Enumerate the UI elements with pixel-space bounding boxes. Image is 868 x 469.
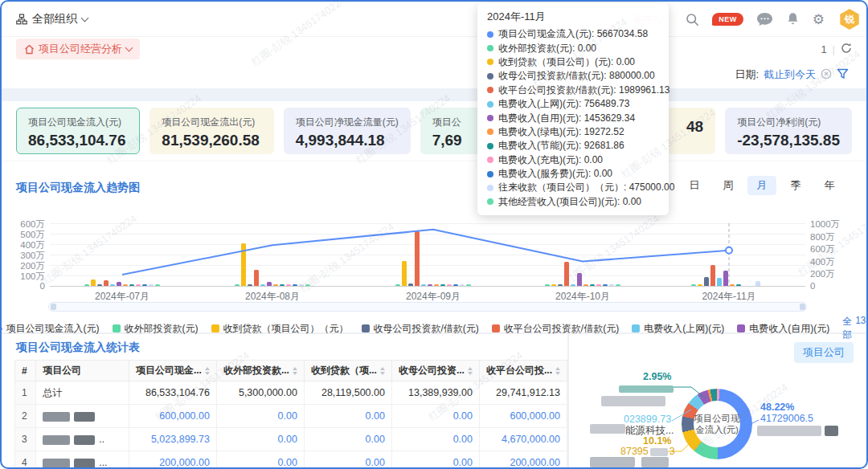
bar-11-month-3[interactable]	[616, 284, 620, 286]
clear-filter-icon[interactable]	[821, 68, 832, 82]
column-header[interactable]: 项目公司现金...	[129, 361, 216, 381]
bar-6-month-1[interactable]	[273, 284, 278, 286]
sort-icon[interactable]	[293, 367, 297, 375]
bar-2-month-4[interactable]	[704, 277, 709, 286]
bar-1-month-3[interactable]	[551, 284, 556, 286]
bar-6-month-2[interactable]	[434, 284, 439, 286]
bar-0-month-3[interactable]	[545, 284, 550, 286]
legend-item-4[interactable]: 电费收入(上网)(元)	[632, 322, 724, 336]
bar-5-month-3[interactable]	[577, 273, 582, 286]
column-header[interactable]: 收外部投资款...	[216, 361, 304, 381]
bar-8-month-3[interactable]	[596, 284, 601, 286]
filter-funnel-icon[interactable]	[837, 68, 849, 82]
column-header[interactable]: 收母公司投资...	[391, 361, 479, 381]
bar-10-month-3[interactable]	[609, 284, 614, 286]
notifications-bell-icon[interactable]	[786, 12, 800, 27]
legend-item-3[interactable]: 收平台公司投资款/借款(元)	[492, 322, 619, 336]
bar-9-month-0[interactable]	[142, 284, 147, 286]
period-button-月[interactable]: 月	[747, 176, 776, 195]
tab-project-analysis[interactable]: 项目公司经营分析	[16, 39, 140, 59]
bar-8-month-0[interactable]	[136, 284, 141, 286]
bar-7-month-3[interactable]	[590, 284, 595, 286]
bar-3-month-1[interactable]	[254, 270, 259, 286]
bar-2-month-0[interactable]	[97, 284, 102, 286]
legend-item-1[interactable]: 收到贷款（项目公司）（元）	[211, 322, 349, 336]
bar-5-month-0[interactable]	[117, 282, 121, 286]
bar-2-month-2[interactable]	[408, 283, 413, 286]
bar-10-month-4[interactable]	[755, 281, 760, 286]
bar-6-month-0[interactable]	[123, 284, 128, 286]
bar-1-month-1[interactable]	[241, 243, 246, 286]
datazoom-handle-right[interactable]	[800, 304, 805, 310]
bar-3-month-3[interactable]	[564, 262, 569, 286]
datazoom-handle-left[interactable]	[51, 304, 56, 310]
bar-11-month-0[interactable]	[155, 284, 160, 286]
bar-4-month-2[interactable]	[421, 284, 426, 286]
sort-icon[interactable]	[468, 367, 473, 375]
bar-3-month-4[interactable]	[710, 265, 715, 286]
period-button-季[interactable]: 季	[781, 176, 810, 195]
donut-filter-pill[interactable]: 项目公司	[794, 342, 854, 363]
kpi-card-3[interactable]: 项目公司净现金流量(元)4,993,844.18	[284, 108, 411, 154]
bar-4-month-0[interactable]	[110, 284, 115, 286]
datazoom-slider[interactable]	[48, 302, 807, 312]
bar-1-month-2[interactable]	[402, 261, 407, 286]
bar-5-month-4[interactable]	[723, 271, 728, 286]
bar-11-month-1[interactable]	[305, 284, 310, 286]
refresh-icon[interactable]	[841, 43, 852, 56]
bar-1-month-0[interactable]	[91, 279, 96, 286]
bar-4-month-3[interactable]	[571, 284, 575, 286]
new-badge[interactable]: NEW	[712, 13, 743, 26]
bar-2-month-1[interactable]	[248, 284, 252, 286]
kpi-card-1[interactable]: 项目公司现金流入(元)86,533,104.76	[16, 108, 140, 154]
bar-2-month-3[interactable]	[558, 284, 563, 286]
table-row[interactable]: 3..5,023,899.730.000.000.004,670,000.00	[15, 428, 567, 451]
donut-chart[interactable]: 项目公司现 金流入(元)	[682, 389, 752, 459]
legend-item-0[interactable]: 收外部投资款(元)	[113, 322, 199, 336]
bar-6-month-4[interactable]	[730, 284, 735, 286]
bar-1-month-4[interactable]	[698, 284, 702, 286]
period-button-年[interactable]: 年	[815, 176, 844, 195]
messages-icon[interactable]	[756, 12, 773, 27]
column-header[interactable]: 收到贷款（项...	[304, 361, 391, 381]
bar-3-month-0[interactable]	[104, 280, 108, 286]
bar-5-month-1[interactable]	[267, 282, 272, 286]
bar-5-month-2[interactable]	[428, 284, 432, 286]
sort-icon[interactable]	[555, 367, 560, 375]
sort-icon[interactable]	[205, 367, 210, 375]
bar-7-month-1[interactable]	[280, 284, 285, 286]
bar-10-month-1[interactable]	[299, 284, 304, 286]
bar-9-month-1[interactable]	[293, 284, 297, 286]
table-row[interactable]: 2600,000.000.000.000.00600,000.00	[15, 405, 567, 428]
kpi-card-2[interactable]: 项目公司现金流出(元)81,539,260.58	[149, 108, 273, 154]
bar-10-month-0[interactable]	[149, 284, 154, 286]
period-button-周[interactable]: 周	[714, 176, 743, 195]
bar-4-month-1[interactable]	[260, 284, 265, 286]
bar-0-month-2[interactable]	[395, 284, 400, 286]
legend-item-5[interactable]: 电费收入(自用)(元)	[737, 322, 829, 336]
bar-9-month-2[interactable]	[453, 284, 458, 286]
kpi-card-6[interactable]: 项目公司净利润(元)-23,578,135.85	[725, 108, 852, 154]
settings-gear-icon[interactable]: ⚙	[813, 13, 825, 27]
date-filter-value[interactable]: 截止到今天	[764, 67, 816, 82]
bar-0-month-4[interactable]	[691, 284, 696, 286]
table-row[interactable]: 4...200,000.000.000.000.00200,000.00	[15, 451, 567, 469]
bar-7-month-2[interactable]	[440, 284, 445, 286]
period-button-日[interactable]: 日	[680, 176, 709, 195]
column-header[interactable]: 收平台公司投...	[479, 361, 567, 381]
sort-icon[interactable]	[380, 367, 385, 375]
bar-11-month-2[interactable]	[466, 284, 471, 286]
bar-7-month-0[interactable]	[129, 284, 134, 286]
bar-6-month-3[interactable]	[583, 284, 588, 286]
search-icon[interactable]	[686, 13, 699, 27]
bar-0-month-1[interactable]	[235, 284, 240, 286]
bar-8-month-2[interactable]	[447, 284, 452, 286]
bar-10-month-2[interactable]	[460, 284, 465, 286]
org-selector[interactable]: 全部组织	[16, 12, 88, 27]
bar-7-month-4[interactable]	[736, 284, 741, 286]
bar-4-month-4[interactable]	[717, 278, 722, 286]
bar-8-month-1[interactable]	[286, 284, 291, 286]
bar-3-month-2[interactable]	[415, 231, 420, 286]
bar-0-month-0[interactable]	[84, 284, 89, 286]
bar-9-month-3[interactable]	[603, 284, 608, 286]
